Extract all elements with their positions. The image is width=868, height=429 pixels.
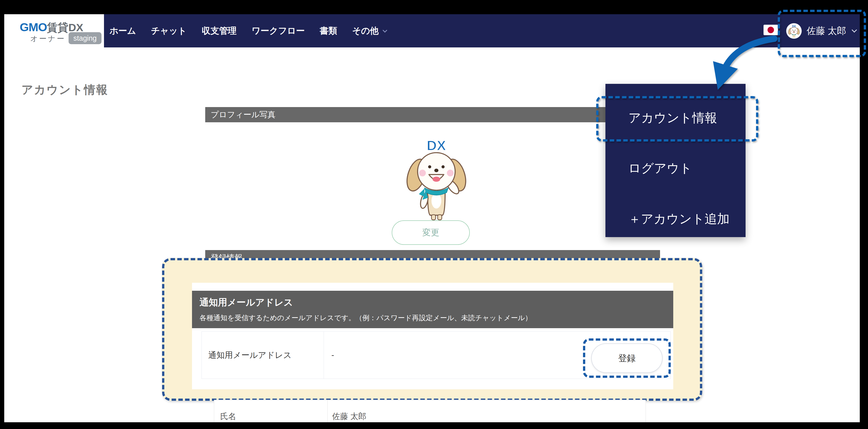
menu-item-logout[interactable]: ログアウト [628, 160, 692, 177]
nav-item-documents[interactable]: 書類 [320, 25, 337, 37]
annotation-highlight-account-info-item [596, 96, 758, 142]
nav-item-label: 書類 [320, 25, 337, 37]
annotation-arrow [686, 25, 798, 95]
page-title: アカウント情報 [22, 82, 108, 97]
notification-email-description: 各種通知を受信するためのメールアドレスです。（例：パスワード再設定メール、未読チ… [199, 313, 673, 323]
nav-item-label: 収支管理 [202, 25, 237, 37]
nav-item-label: ホーム [110, 25, 136, 37]
section-header-profile-photo: プロフィール写真 [205, 107, 660, 122]
table-cell-label: 氏名 [214, 400, 328, 422]
section-header-label: プロフィール写真 [211, 109, 276, 120]
notification-email-header: 通知用メールアドレス 各種通知を受信するためのメールアドレスです。（例：パスワー… [192, 291, 673, 328]
nav-item-home[interactable]: ホーム [110, 25, 136, 37]
table-cell-value: 佐藤 太郎 [328, 400, 646, 422]
table-row: 氏名 佐藤 太郎 [214, 400, 646, 422]
svg-text:DX: DX [427, 139, 446, 153]
register-email-button[interactable]: 登録 [591, 343, 662, 373]
nav-item-income-expense[interactable]: 収支管理 [202, 25, 237, 37]
logo-product-text: 賃貸DX [47, 22, 83, 33]
notification-email-row-label: 通知用メールアドレス [202, 332, 324, 379]
nav-item-label: その他 [352, 25, 379, 37]
staging-badge: staging [69, 32, 101, 44]
profile-photo-dog-mascot: DX [395, 139, 477, 221]
nav-item-label: チャット [151, 25, 187, 37]
app-logo[interactable]: GMO賃貸DX オーナー WEB staging [4, 14, 104, 48]
logo-gmo-text: GMO [20, 21, 47, 34]
menu-item-add-account[interactable]: ＋アカウント追加 [628, 211, 730, 227]
main-navigation: ホーム チャット 収支管理 ワークフロー 書類 その他 [110, 14, 386, 48]
nav-item-label: ワークフロー [252, 25, 305, 37]
change-photo-button[interactable]: 変更 [392, 220, 470, 245]
nav-item-others[interactable]: その他 [352, 25, 386, 37]
nav-item-workflow[interactable]: ワークフロー [252, 25, 305, 37]
nav-item-chat[interactable]: チャット [151, 25, 187, 37]
notification-email-title: 通知用メールアドレス [199, 296, 673, 309]
chevron-down-icon [382, 28, 387, 32]
